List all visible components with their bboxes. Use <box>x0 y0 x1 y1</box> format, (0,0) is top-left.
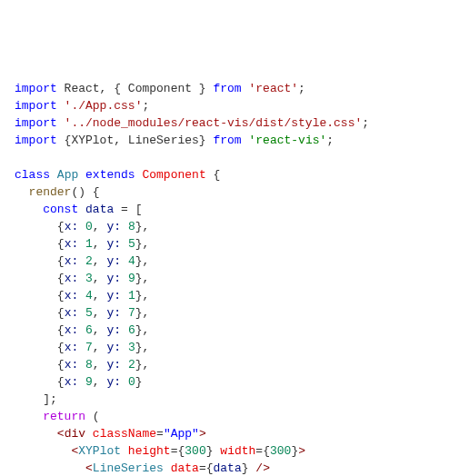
angle-bracket: < <box>57 427 65 441</box>
equals: = <box>121 203 128 216</box>
import-clause: {XYPlot, LineSeries} <box>57 134 214 147</box>
line-return: return ( <box>15 410 100 423</box>
line-class: class App extends Component { <box>15 168 220 182</box>
keyword-from: from <box>213 134 241 147</box>
num-y: 4 <box>128 254 135 268</box>
data-row: {x: 5, y: 7}, <box>15 306 149 320</box>
comma: , <box>143 289 150 302</box>
line-render: render() { <box>15 185 100 199</box>
tag-div: div <box>65 427 85 441</box>
jsx-div-open: <div className="App"> <box>15 427 206 441</box>
comma: , <box>143 358 150 372</box>
equals: = <box>156 427 164 441</box>
keyword-return: return <box>43 410 85 423</box>
key-x: x: <box>65 220 79 233</box>
data-row: {x: 6, y: 6}, <box>15 323 149 337</box>
bracket-close: ]; <box>43 392 57 406</box>
line-4: import {XYPlot, LineSeries} from 'react-… <box>15 134 334 147</box>
key-y: y: <box>106 323 121 337</box>
key-y: y: <box>106 358 121 372</box>
equals: = <box>255 444 263 458</box>
key-x: x: <box>65 341 79 354</box>
data-row: {x: 7, y: 3}, <box>15 341 149 354</box>
data-row: {x: 3, y: 9}, <box>15 272 149 285</box>
attr-value: "App" <box>164 427 199 441</box>
num-y: 3 <box>128 341 135 354</box>
keyword-import: import <box>15 82 57 95</box>
key-y: y: <box>106 341 121 354</box>
key-x: x: <box>65 358 79 372</box>
key-y: y: <box>106 237 121 251</box>
line-const: const data = [ <box>15 203 143 216</box>
semicolon: ; <box>142 99 149 113</box>
semicolon: ; <box>298 82 305 95</box>
string-path: '../node_modules/react-vis/dist/style.cs… <box>57 116 362 130</box>
brace-open: { <box>93 185 100 199</box>
comma: , <box>143 254 150 268</box>
angle-bracket: < <box>85 461 93 475</box>
keyword-extends: extends <box>85 168 135 182</box>
brace-open: { <box>263 444 270 458</box>
variable-name: data <box>85 203 114 216</box>
key-y: y: <box>106 289 121 302</box>
comma: , <box>143 272 150 285</box>
semicolon: ; <box>362 116 369 130</box>
string-path: 'react-vis' <box>248 134 326 147</box>
key-y: y: <box>106 254 121 268</box>
super-class: Component <box>142 168 205 182</box>
angle-bracket: > <box>298 444 305 458</box>
num-y: 0 <box>128 375 135 389</box>
data-row: {x: 8, y: 2}, <box>15 358 149 372</box>
num-x: 5 <box>85 306 93 320</box>
data-row: {x: 2, y: 4}, <box>15 254 149 268</box>
key-y: y: <box>106 375 121 389</box>
self-close: /> <box>249 461 270 475</box>
import-clause: React, { Component } <box>57 82 214 95</box>
num-y: 6 <box>128 323 135 337</box>
string-path: 'react' <box>248 82 298 95</box>
brace-close: } <box>206 444 214 458</box>
num-x: 9 <box>85 375 93 389</box>
num-x: 1 <box>85 237 93 251</box>
line-2: import './App.css'; <box>15 99 149 113</box>
equals: = <box>199 461 206 475</box>
num-y: 1 <box>128 289 135 302</box>
comma: , <box>143 237 150 251</box>
class-name: App <box>57 168 78 182</box>
num-height: 300 <box>185 444 205 458</box>
brace-open: { <box>214 168 221 182</box>
num-y: 9 <box>128 272 135 285</box>
string-path: './App.css' <box>57 99 143 113</box>
key-x: x: <box>65 237 79 251</box>
key-y: y: <box>106 220 121 233</box>
parens: () <box>71 185 85 199</box>
key-y: y: <box>106 272 121 285</box>
attr-width: width <box>220 444 255 458</box>
num-y: 5 <box>128 237 135 251</box>
brace-open: { <box>206 461 214 475</box>
angle-bracket: > <box>199 427 206 441</box>
key-x: x: <box>65 289 79 302</box>
num-x: 4 <box>85 289 93 302</box>
attr-data: data <box>171 461 199 475</box>
tag-lineseries: LineSeries <box>93 461 164 475</box>
num-x: 6 <box>85 323 93 337</box>
jsx-lineseries: <LineSeries data={data} /> <box>15 461 270 475</box>
keyword-import: import <box>15 116 57 130</box>
keyword-import: import <box>15 99 57 113</box>
comma: , <box>143 323 150 337</box>
line-3: import '../node_modules/react-vis/dist/s… <box>15 116 369 130</box>
keyword-import: import <box>15 134 57 147</box>
attr-classname: className <box>93 427 156 441</box>
jsx-xyplot-open: <XYPlot height={300} width={300}> <box>15 444 305 458</box>
num-width: 300 <box>270 444 291 458</box>
paren-open: ( <box>93 410 100 423</box>
bracket-open: [ <box>135 203 143 216</box>
num-x: 8 <box>85 358 93 372</box>
attr-height: height <box>128 444 171 458</box>
num-x: 3 <box>85 272 93 285</box>
data-row: {x: 1, y: 5}, <box>15 237 149 251</box>
data-row: {x: 9, y: 0} <box>15 375 143 389</box>
num-y: 8 <box>128 220 135 233</box>
key-x: x: <box>65 272 79 285</box>
